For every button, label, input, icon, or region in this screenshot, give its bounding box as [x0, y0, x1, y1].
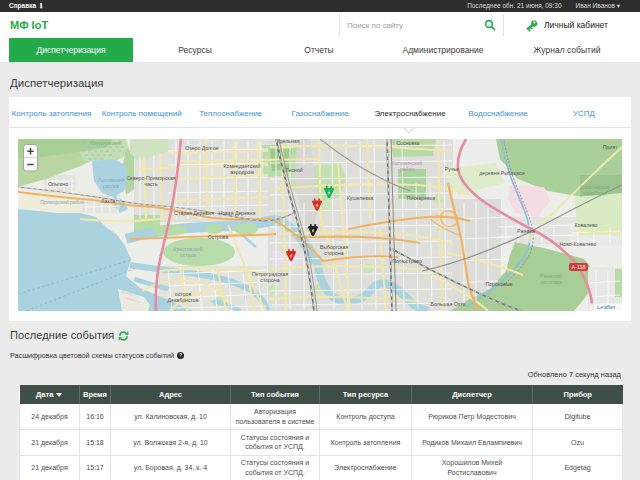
- svg-text:Острова: Острова: [208, 234, 228, 240]
- svg-text:Большая Охта: Большая Охта: [431, 301, 466, 307]
- svg-text:Лесной: Лесной: [285, 167, 303, 173]
- svg-text:Лахта: Лахта: [101, 198, 115, 204]
- svg-text:кладбище: кладбище: [583, 190, 607, 196]
- svg-text:Ржевка: Ржевка: [517, 228, 535, 234]
- svg-text:Ковалево: Ковалево: [575, 222, 598, 228]
- svg-text:Ручьи: Ручьи: [445, 166, 459, 172]
- svg-text:Leaflet: Leaflet: [597, 304, 615, 310]
- svg-text:Юнтоловский: Юнтоловский: [90, 140, 122, 146]
- svg-text:Удельная: Удельная: [277, 139, 300, 144]
- svg-text:Новая Деревня: Новая Деревня: [218, 210, 255, 216]
- svg-text:Пискаревка: Пискаревка: [407, 195, 435, 201]
- svg-text:Старая Деревня: Старая Деревня: [174, 210, 214, 216]
- svg-text:Ольгино: Ольгино: [48, 181, 68, 187]
- svg-text:Ново-Ковалево: Ново-Ковалево: [560, 241, 597, 247]
- svg-text:Полюстрово: Полюстрово: [392, 258, 422, 264]
- svg-text:остров: остров: [180, 252, 196, 258]
- svg-text:Сосновка: Сосновка: [397, 140, 420, 146]
- svg-text:разлив: разлив: [103, 183, 119, 189]
- svg-text:лесопарк: лесопарк: [540, 279, 562, 285]
- svg-text:Кушелевка: Кушелевка: [347, 195, 374, 201]
- svg-text:деревня Рыбацкое: деревня Рыбацкое: [479, 170, 525, 176]
- svg-text:сторона: сторона: [324, 250, 343, 256]
- svg-text:Декабристов: Декабристов: [168, 297, 199, 303]
- svg-text:район: район: [400, 166, 414, 172]
- svg-text:Озеро Долгое: Озеро Долгое: [185, 145, 218, 151]
- svg-text:сторона: сторона: [260, 277, 279, 283]
- svg-text:Пороховые: Пороховые: [485, 281, 512, 287]
- svg-text:Приморский район: Приморский район: [40, 199, 84, 205]
- svg-text:?: ?: [179, 352, 182, 358]
- svg-text:часть: часть: [144, 181, 158, 187]
- svg-text:Прият: Прият: [603, 144, 618, 150]
- svg-text:аэродром: аэродром: [230, 169, 254, 175]
- svg-text:А-118: А-118: [572, 264, 586, 270]
